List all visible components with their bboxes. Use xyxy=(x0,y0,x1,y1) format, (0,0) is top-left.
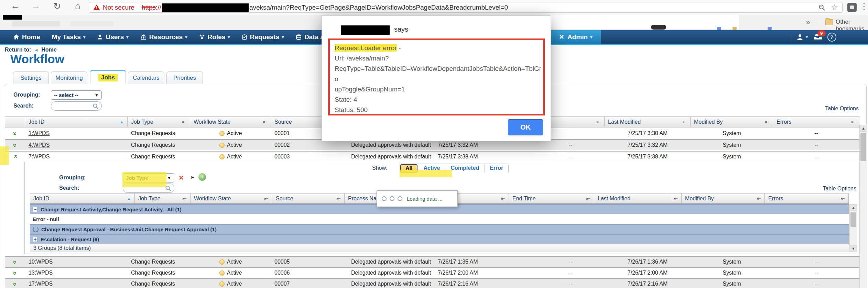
column-header-workflow-state[interactable]: Workflow State ⇤ xyxy=(191,193,272,204)
table-row[interactable]: » 10:WPDS Change Requests Active 00005 D… xyxy=(5,256,859,267)
column-filter-icon[interactable]: ⇤ xyxy=(501,196,505,202)
tab-calendars[interactable]: Calendars xyxy=(128,71,164,84)
expand-row-icon[interactable]: » xyxy=(11,261,19,264)
column-header-workflow-state[interactable]: Workflow State ⇤ xyxy=(190,117,271,127)
bookmark-favicon[interactable] xyxy=(733,27,737,30)
scrollbar-thumb[interactable] xyxy=(860,133,866,161)
tab-settings[interactable]: Settings xyxy=(13,71,49,84)
column-header-source[interactable]: Source ⇤ xyxy=(272,193,345,204)
column-filter-icon[interactable]: ⇤ xyxy=(263,119,267,125)
home-icon[interactable]: ⌂ xyxy=(71,1,85,11)
group-row[interactable]: Change Request Approval - BusinessUnit,C… xyxy=(30,224,849,234)
bookmark-favicon[interactable] xyxy=(717,27,721,30)
column-filter-icon[interactable]: ⇤ xyxy=(182,196,187,202)
column-filter-icon[interactable]: ⇤ xyxy=(757,196,761,202)
ok-button[interactable]: OK xyxy=(508,119,543,135)
scrollbar-thumb[interactable] xyxy=(850,212,856,227)
inbox-button[interactable]: 9 xyxy=(813,33,822,42)
back-icon[interactable]: ← xyxy=(8,1,22,11)
column-header-job-id[interactable]: Job ID ▲ xyxy=(30,193,135,204)
column-header-job-type[interactable]: Job Type ⇤ xyxy=(135,193,191,204)
nav-item-users[interactable]: Users ▾ xyxy=(91,30,134,44)
group-row[interactable]: + Escalation - Request (6) xyxy=(30,234,849,244)
reload-icon[interactable]: ↻ xyxy=(50,1,64,12)
expand-row-icon[interactable]: » xyxy=(11,283,19,286)
tab-priorities[interactable]: Priorities xyxy=(166,71,203,84)
tab-monitoring[interactable]: Monitoring xyxy=(51,71,87,84)
column-header-errors[interactable]: Errors ⇤ xyxy=(773,117,859,127)
add-grouping-icon[interactable]: + xyxy=(198,173,206,181)
expand-row-icon[interactable]: » xyxy=(11,272,19,275)
column-filter-icon[interactable]: ⇤ xyxy=(682,119,687,125)
bookmark-star-icon[interactable]: ☆ xyxy=(831,3,838,12)
bookmark-favicon[interactable] xyxy=(768,27,772,30)
sort-ascending-icon[interactable]: ▲ xyxy=(120,120,124,124)
nav-item-my-tasks[interactable]: My Tasks ▾ xyxy=(46,30,91,44)
browser-menu-icon[interactable]: ⋮ xyxy=(860,1,868,11)
nav-item-home[interactable]: Home xyxy=(8,30,46,44)
column-header-errors[interactable]: Errors ⇤ xyxy=(765,193,849,204)
job-id-link[interactable]: 4:WPDS xyxy=(29,142,50,148)
expand-row-icon[interactable]: » xyxy=(11,132,19,135)
grouping-select[interactable]: -- select -- ▼ xyxy=(51,90,102,100)
bookmark-favicon[interactable] xyxy=(651,25,666,30)
not-secure-warning-icon[interactable]: ! xyxy=(93,4,100,10)
address-bar[interactable]: ! Not secure https :// aveksa/main?ReqTy… xyxy=(89,2,843,13)
zoom-out-icon[interactable] xyxy=(818,4,825,11)
clear-grouping-icon[interactable]: × xyxy=(179,173,184,182)
filter-error-button[interactable]: Error xyxy=(484,164,508,173)
bookmark-item[interactable] xyxy=(70,21,113,26)
apply-grouping-icon[interactable]: ► xyxy=(191,175,195,180)
column-filter-icon[interactable]: ⇤ xyxy=(673,196,678,202)
table-options-button[interactable]: Table Options xyxy=(823,186,856,192)
scroll-down-icon[interactable]: ▼ xyxy=(850,245,857,252)
table-row[interactable]: » 13:WPDS Change Requests Active 00006 D… xyxy=(5,267,859,278)
nav-item-resources[interactable]: Resources ▾ xyxy=(134,30,193,44)
return-home-link[interactable]: Home xyxy=(41,47,56,53)
expand-row-icon[interactable]: » xyxy=(11,144,19,147)
nav-item-requests[interactable]: Requests ▾ xyxy=(236,30,290,44)
sub-table-scrollbar[interactable]: ▲ ▼ xyxy=(849,204,857,252)
job-id-link[interactable]: 7:WPDS xyxy=(29,154,50,160)
column-header-job-id[interactable]: Job ID ▲ xyxy=(25,117,128,127)
tab-jobs[interactable]: Jobs xyxy=(90,70,126,84)
job-id-link[interactable]: 13:WPDS xyxy=(29,270,53,276)
scroll-up-icon[interactable]: ▲ xyxy=(860,125,867,132)
search-icon[interactable] xyxy=(93,103,99,109)
nav-item-roles[interactable]: Roles ▾ xyxy=(193,30,236,44)
column-filter-icon[interactable]: ⇤ xyxy=(336,196,341,202)
table-options-button[interactable]: Table Options xyxy=(825,106,859,112)
bookmark-item[interactable] xyxy=(12,21,60,26)
column-header-last-modified[interactable]: Last Modified ⇤ xyxy=(594,193,682,204)
profile-menu[interactable]: ▾ xyxy=(796,34,808,41)
column-filter-icon[interactable]: ⇤ xyxy=(596,119,601,125)
column-header-modified-by[interactable]: Modified By ⇤ xyxy=(682,193,765,204)
column-filter-icon[interactable]: ⇤ xyxy=(765,119,769,125)
group-detail-row[interactable]: Error - null xyxy=(30,214,849,224)
sort-ascending-icon[interactable]: ▲ xyxy=(127,196,131,201)
forward-icon[interactable]: → xyxy=(29,1,43,11)
help-icon[interactable]: ? xyxy=(827,33,836,42)
column-header-job-type[interactable]: Job Type ⇤ xyxy=(128,117,190,127)
nav-item-admin[interactable]: Admin ▾ xyxy=(550,30,601,44)
job-id-link[interactable]: 1:WPDS xyxy=(29,130,50,136)
job-id-link[interactable]: 10:WPDS xyxy=(29,259,53,265)
job-id-link[interactable]: 17:WPDS xyxy=(29,281,53,287)
expand-group-icon[interactable]: + xyxy=(33,237,38,242)
column-header-end-time[interactable]: End Time ⇤ xyxy=(509,193,594,204)
collapse-group-icon[interactable]: − xyxy=(33,207,38,212)
collapse-row-icon[interactable]: » xyxy=(11,155,19,158)
extension-icon[interactable] xyxy=(847,3,857,12)
scroll-up-icon[interactable]: ▲ xyxy=(850,204,857,211)
column-filter-icon[interactable]: ⇤ xyxy=(586,196,590,202)
column-header-modified-by[interactable]: Modified By ⇤ xyxy=(691,117,773,127)
search-input[interactable] xyxy=(51,101,102,111)
bookmarks-overflow-icon[interactable]: » xyxy=(806,18,810,26)
column-filter-icon[interactable]: ⇤ xyxy=(840,196,845,202)
column-filter-icon[interactable]: ⇤ xyxy=(851,119,856,125)
table-row[interactable]: » 17:WPDS Change Requests Active 00007 D… xyxy=(5,278,859,288)
column-header-last-modified[interactable]: Last Modified ⇤ xyxy=(605,117,691,127)
table-row-expanded[interactable]: » 7:WPDS Change Requests Active 00003 De… xyxy=(5,151,859,162)
main-table-scrollbar[interactable]: ▲ xyxy=(859,125,867,288)
column-filter-icon[interactable]: ⇤ xyxy=(264,196,269,202)
